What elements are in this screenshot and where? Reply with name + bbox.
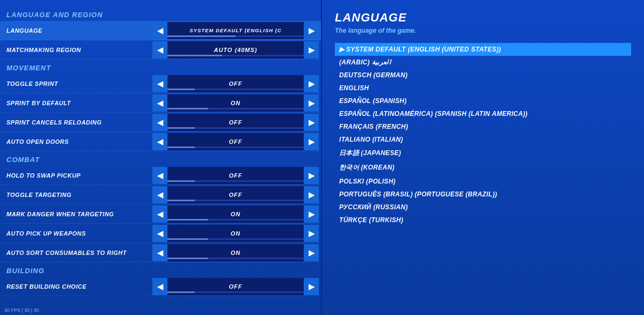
- value-bar-fill-mark-danger-when-targeting: [167, 219, 208, 221]
- setting-row-toggle-targeting[interactable]: TOGGLE TARGETING◀OFF▶: [0, 185, 321, 204]
- right-arrow-language[interactable]: ▶: [304, 22, 319, 39]
- setting-label-hold-to-swap-pickup: HOLD TO SWAP PICKUP: [2, 172, 152, 179]
- control-area-sprint-cancels-reloading: ◀OFF▶: [152, 114, 319, 131]
- language-option-arabic[interactable]: (ARABIC) العربية: [335, 56, 631, 69]
- right-arrow-sprint-cancels-reloading[interactable]: ▶: [304, 114, 319, 131]
- setting-row-sprint-by-default[interactable]: SPRINT BY DEFAULT◀ON▶: [0, 93, 321, 113]
- value-box-sprint-cancels-reloading: OFF: [167, 114, 304, 131]
- left-arrow-auto-pick-up-weapons[interactable]: ◀: [152, 225, 167, 242]
- left-arrow-matchmaking-region[interactable]: ◀: [152, 41, 167, 58]
- value-bar-fill-toggle-targeting: [167, 200, 195, 201]
- setting-row-auto-open-doors[interactable]: AUTO OPEN DOORS◀OFF▶: [0, 132, 321, 151]
- value-bar-fill-auto-sort-consumables: [167, 258, 208, 259]
- setting-row-auto-pick-up-weapons[interactable]: AUTO PICK UP WEAPONS◀ON▶: [0, 224, 321, 243]
- value-text-auto-pick-up-weapons: ON: [231, 230, 241, 237]
- value-bar-fill-hold-to-swap-pickup: [167, 180, 195, 182]
- value-text-matchmaking-region: AUTO (40MS): [214, 47, 257, 53]
- right-arrow-hold-to-swap-pickup[interactable]: ▶: [304, 167, 319, 184]
- right-arrow-auto-open-doors[interactable]: ▶: [304, 133, 319, 150]
- setting-row-matchmaking-region[interactable]: MATCHMAKING REGION◀AUTO (40MS)▶: [0, 40, 321, 60]
- setting-row-language[interactable]: LANGUAGE◀SYSTEM DEFAULT (ENGLISH (C▶: [0, 21, 321, 40]
- value-bar-auto-sort-consumables: [167, 258, 304, 259]
- setting-label-toggle-targeting: TOGGLE TARGETING: [2, 192, 152, 198]
- right-arrow-auto-pick-up-weapons[interactable]: ▶: [304, 225, 319, 242]
- left-panel: LANGUAGE AND REGIONLANGUAGE◀SYSTEM DEFAU…: [0, 0, 322, 315]
- left-arrow-auto-sort-consumables[interactable]: ◀: [152, 244, 167, 261]
- right-arrow-mark-danger-when-targeting[interactable]: ▶: [304, 206, 319, 223]
- control-area-hold-to-swap-pickup: ◀OFF▶: [152, 167, 319, 184]
- control-area-language: ◀SYSTEM DEFAULT (ENGLISH (C▶: [152, 22, 319, 39]
- left-arrow-toggle-sprint[interactable]: ◀: [152, 75, 167, 92]
- language-option-system-default[interactable]: SYSTEM DEFAULT (ENGLISH (UNITED STATES)): [335, 43, 631, 56]
- section-header-movement: MOVEMENT: [0, 60, 321, 74]
- setting-row-mark-danger-when-targeting[interactable]: MARK DANGER WHEN TARGETING◀ON▶: [0, 204, 321, 224]
- language-option-english[interactable]: ENGLISH: [335, 82, 631, 94]
- language-option-portuguese[interactable]: PORTUGUÊS (BRASIL) (PORTUGUESE (BRAZIL)): [335, 188, 631, 201]
- value-bar-fill-toggle-sprint: [167, 89, 195, 90]
- left-arrow-auto-open-doors[interactable]: ◀: [152, 133, 167, 150]
- right-arrow-toggle-sprint[interactable]: ▶: [304, 75, 319, 92]
- value-bar-fill-sprint-by-default: [167, 108, 208, 109]
- control-area-sprint-by-default: ◀ON▶: [152, 94, 319, 112]
- value-text-auto-open-doors: OFF: [229, 138, 243, 145]
- language-option-polski[interactable]: POLSKI (POLISH): [335, 175, 631, 188]
- right-arrow-toggle-targeting[interactable]: ▶: [304, 186, 319, 203]
- section-header-building: BUILDING: [0, 262, 321, 277]
- left-arrow-hold-to-swap-pickup[interactable]: ◀: [152, 167, 167, 184]
- control-area-toggle-targeting: ◀OFF▶: [152, 186, 319, 203]
- value-box-reset-building-choice: OFF: [167, 278, 304, 295]
- value-bar-mark-danger-when-targeting: [167, 219, 304, 221]
- language-option-japanese[interactable]: 日本語 (JAPANESE): [335, 146, 631, 160]
- setting-label-toggle-sprint: TOGGLE SPRINT: [2, 80, 152, 87]
- left-arrow-toggle-targeting[interactable]: ◀: [152, 186, 167, 203]
- left-arrow-sprint-by-default[interactable]: ◀: [152, 94, 167, 112]
- language-option-turkish[interactable]: TÜRKÇE (TURKISH): [335, 214, 631, 226]
- setting-row-hold-to-swap-pickup[interactable]: HOLD TO SWAP PICKUP◀OFF▶: [0, 166, 321, 185]
- setting-label-language: LANGUAGE: [2, 27, 152, 34]
- value-box-matchmaking-region: AUTO (40MS): [167, 41, 304, 58]
- value-box-mark-danger-when-targeting: ON: [167, 206, 304, 223]
- setting-row-sprint-cancels-reloading[interactable]: SPRINT CANCELS RELOADING◀OFF▶: [0, 113, 321, 132]
- control-area-mark-danger-when-targeting: ◀ON▶: [152, 206, 319, 223]
- control-area-matchmaking-region: ◀AUTO (40MS)▶: [152, 41, 319, 58]
- value-box-auto-open-doors: OFF: [167, 133, 304, 150]
- value-bar-auto-pick-up-weapons: [167, 238, 304, 240]
- value-text-sprint-cancels-reloading: OFF: [229, 119, 243, 126]
- value-box-sprint-by-default: ON: [167, 94, 304, 112]
- setting-label-auto-open-doors: AUTO OPEN DOORS: [2, 138, 152, 145]
- language-option-deutsch[interactable]: DEUTSCH (GERMAN): [335, 69, 631, 82]
- setting-row-auto-sort-consumables[interactable]: AUTO SORT CONSUMABLES TO RIGHT◀ON▶: [0, 243, 321, 262]
- setting-row-reset-building-choice[interactable]: RESET BUILDING CHOICE◀OFF▶: [0, 277, 321, 296]
- left-arrow-sprint-cancels-reloading[interactable]: ◀: [152, 114, 167, 131]
- right-arrow-sprint-by-default[interactable]: ▶: [304, 94, 319, 112]
- value-box-auto-sort-consumables: ON: [167, 244, 304, 261]
- value-bar-toggle-sprint: [167, 89, 304, 90]
- control-area-auto-sort-consumables: ◀ON▶: [152, 244, 319, 261]
- language-option-korean[interactable]: 한국어 (KOREAN): [335, 160, 631, 175]
- language-list: SYSTEM DEFAULT (ENGLISH (UNITED STATES))…: [335, 43, 631, 226]
- value-bar-fill-language: [167, 35, 236, 37]
- value-text-hold-to-swap-pickup: OFF: [229, 172, 243, 179]
- left-arrow-mark-danger-when-targeting[interactable]: ◀: [152, 206, 167, 223]
- control-area-reset-building-choice: ◀OFF▶: [152, 278, 319, 295]
- right-arrow-reset-building-choice[interactable]: ▶: [304, 278, 319, 295]
- setting-row-toggle-sprint[interactable]: TOGGLE SPRINT◀OFF▶: [0, 74, 321, 93]
- language-option-francais[interactable]: FRANÇAIS (FRENCH): [335, 120, 631, 133]
- language-option-italiano[interactable]: ITALIANO (ITALIAN): [335, 133, 631, 146]
- left-arrow-language[interactable]: ◀: [152, 22, 167, 39]
- language-option-russian[interactable]: РУССКИЙ (RUSSIAN): [335, 201, 631, 214]
- setting-label-auto-sort-consumables: AUTO SORT CONSUMABLES TO RIGHT: [2, 250, 152, 256]
- value-bar-hold-to-swap-pickup: [167, 180, 304, 182]
- language-option-espanol-latin[interactable]: ESPAÑOL (LATINOAMÉRICA) (SPANISH (LATIN …: [335, 107, 631, 120]
- right-arrow-matchmaking-region[interactable]: ▶: [304, 41, 319, 58]
- right-arrow-auto-sort-consumables[interactable]: ▶: [304, 244, 319, 261]
- value-box-language: SYSTEM DEFAULT (ENGLISH (C: [167, 22, 304, 39]
- right-panel: LANGUAGEThe language of the game.SYSTEM …: [322, 0, 644, 315]
- control-area-auto-open-doors: ◀OFF▶: [152, 133, 319, 150]
- value-bar-auto-open-doors: [167, 146, 304, 148]
- setting-label-mark-danger-when-targeting: MARK DANGER WHEN TARGETING: [2, 211, 152, 217]
- value-bar-matchmaking-region: [167, 55, 304, 56]
- language-option-espanol-spanish[interactable]: ESPAÑOL (SPANISH): [335, 94, 631, 107]
- left-arrow-reset-building-choice[interactable]: ◀: [152, 278, 167, 295]
- section-header-combat: COMBAT: [0, 151, 321, 166]
